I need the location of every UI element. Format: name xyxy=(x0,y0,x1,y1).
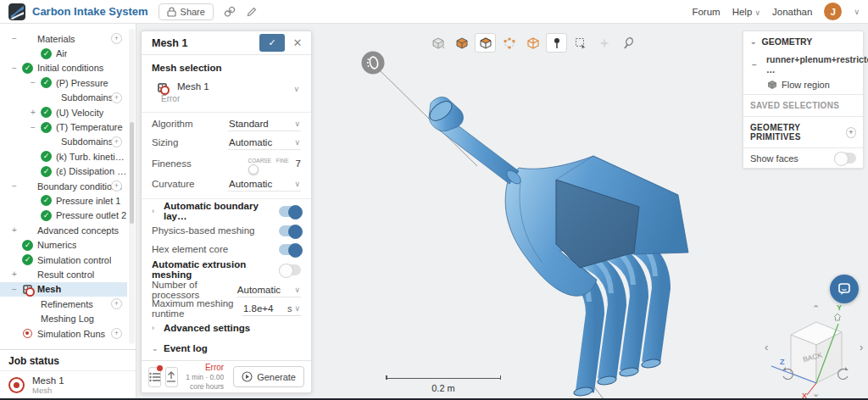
tree-item[interactable]: Numerics xyxy=(0,237,127,252)
tree-expander-icon[interactable]: − xyxy=(12,285,22,294)
forum-link[interactable]: Forum xyxy=(692,7,720,17)
tree-expander-icon[interactable]: − xyxy=(12,181,22,191)
tree-item[interactable]: −(P) Pressure xyxy=(0,75,127,90)
avatar[interactable]: J xyxy=(824,3,842,20)
tree-item[interactable]: Simulation Runs+ xyxy=(0,326,127,341)
tree-item[interactable]: Subdomains+ xyxy=(0,91,127,105)
show-faces-row: Show faces xyxy=(743,147,863,168)
auto-boundary-layers-section[interactable]: › Automatic boundary lay… xyxy=(152,201,301,221)
tree-item[interactable]: (k) Turb. kinetic en… xyxy=(0,149,127,164)
vertex-select-icon[interactable] xyxy=(498,33,520,53)
saved-selections-header[interactable]: SAVED SELECTIONS xyxy=(743,94,863,116)
runs-error-icon xyxy=(23,329,32,338)
apply-button[interactable]: ✓ xyxy=(259,34,285,52)
support-chat-button[interactable] xyxy=(830,275,859,303)
tree-item[interactable]: (ε) Dissipation rate xyxy=(0,164,127,179)
mesh-select-dropdown[interactable]: Mesh 1 Error ∨ xyxy=(152,80,301,110)
tree-item[interactable]: Refinements+ xyxy=(0,297,127,311)
volume-select-cube-icon[interactable] xyxy=(451,33,472,53)
close-panel-button[interactable]: ✕ xyxy=(289,34,306,52)
algorithm-select[interactable]: Standard∨ xyxy=(228,117,301,131)
rename-pencil-icon[interactable] xyxy=(246,6,258,18)
sizing-select[interactable]: Automatic∨ xyxy=(228,136,301,150)
box-select-icon[interactable] xyxy=(570,33,591,53)
tree-item[interactable]: −Initial conditions xyxy=(0,61,127,75)
tree-expander-icon[interactable]: − xyxy=(12,34,22,43)
tree-item[interactable]: Simulation control xyxy=(0,253,127,267)
extrusion-meshing-toggle[interactable] xyxy=(279,264,301,275)
generate-button[interactable]: Generate xyxy=(233,366,304,387)
project-title[interactable]: Carbon Intake System xyxy=(32,5,148,18)
user-menu-chevron-icon[interactable]: ∨ xyxy=(854,8,860,16)
mesh-error-icon xyxy=(23,285,32,294)
processors-select[interactable]: Automatic∨ xyxy=(236,283,301,297)
tree-expander-icon[interactable]: − xyxy=(31,78,41,87)
show-faces-toggle[interactable] xyxy=(834,153,856,164)
unit-select-chevron-icon[interactable]: ∨ xyxy=(294,304,300,313)
face-select-cube-icon[interactable] xyxy=(475,33,496,53)
help-menu[interactable]: Help ∨ xyxy=(732,7,760,17)
tree-item[interactable]: Subdomains+ xyxy=(0,135,127,149)
add-child-button[interactable]: + xyxy=(111,181,122,192)
filter-flower-icon[interactable] xyxy=(593,33,615,53)
add-child-button[interactable]: + xyxy=(111,33,122,44)
tree-item[interactable]: Pressure inlet 1 xyxy=(0,193,127,208)
add-child-button[interactable]: + xyxy=(111,328,122,339)
upload-icon xyxy=(166,371,176,382)
tree-item[interactable]: +Result control xyxy=(0,267,127,281)
geometry-item-runner[interactable]: − runner+plenum+restrictor … xyxy=(743,52,863,77)
collapse-minus-icon[interactable]: − xyxy=(752,60,762,69)
tree-expander-icon[interactable]: − xyxy=(12,64,22,73)
runtime-input[interactable] xyxy=(243,303,287,314)
physics-meshing-toggle[interactable] xyxy=(279,225,301,236)
auto-boundary-layers-toggle[interactable] xyxy=(279,206,301,217)
share-button[interactable]: Share xyxy=(159,3,214,20)
tree-expander-icon[interactable]: − xyxy=(31,123,41,132)
copy-link-icon[interactable] xyxy=(224,6,236,18)
user-name[interactable]: Jonathan xyxy=(772,7,812,17)
curvature-select[interactable]: Automatic∨ xyxy=(228,177,301,192)
app-logo-icon[interactable] xyxy=(8,3,25,20)
render-mode-cube-icon[interactable] xyxy=(427,33,448,53)
geometry-item-flow-region[interactable]: Flow region xyxy=(743,77,863,94)
add-child-button[interactable]: + xyxy=(111,92,122,103)
tree-item[interactable]: −Materials+ xyxy=(0,31,127,46)
advanced-settings-section[interactable]: › Advanced settings xyxy=(152,318,301,338)
play-circle-icon xyxy=(242,371,253,382)
tree-expander-icon[interactable]: + xyxy=(12,269,22,279)
event-log-section[interactable]: ⌄ Event log xyxy=(152,338,301,358)
tree-item-label: Refinements xyxy=(41,299,93,309)
tree-item[interactable]: −Boundary conditions+ xyxy=(0,179,127,193)
add-primitive-button[interactable]: + xyxy=(846,127,856,138)
tree-expander-icon[interactable]: + xyxy=(12,225,22,235)
hex-core-toggle[interactable] xyxy=(279,244,301,255)
job-status-item[interactable]: Mesh 1 Mesh xyxy=(0,371,136,399)
add-child-button[interactable]: + xyxy=(111,136,122,147)
tree-item[interactable]: +(U) Velocity xyxy=(0,105,127,119)
tree-item[interactable]: −Mesh xyxy=(0,282,127,297)
event-list-button[interactable] xyxy=(148,367,161,387)
tree-item-label: Subdomains xyxy=(61,92,113,103)
tree-item[interactable]: −(T) Temperature xyxy=(0,119,127,134)
tree-item-label: Numerics xyxy=(37,240,76,250)
tree-item[interactable]: Pressure outlet 2 xyxy=(0,208,127,223)
orientation-cube[interactable]: BACK Y Z X ⌃ ⌄ ‹ › xyxy=(763,298,868,400)
tree-item[interactable]: Meshing Log xyxy=(0,311,127,325)
geometry-header[interactable]: ⌄ GEOMETRY xyxy=(743,31,863,52)
upload-button[interactable] xyxy=(165,367,178,387)
mesh-settings-panel: Mesh 1 ✓ ✕ Mesh selection Mesh 1 Error ∨… xyxy=(141,31,312,393)
wireframe-cube-icon[interactable] xyxy=(522,33,543,53)
tree-expander-icon[interactable]: + xyxy=(31,108,41,117)
measure-loupe-icon[interactable] xyxy=(617,33,638,53)
axis-z-label: Z xyxy=(780,358,785,366)
icon-spacer xyxy=(22,269,33,280)
slider-knob[interactable] xyxy=(248,164,259,175)
geometry-primitives-header[interactable]: GEOMETRY PRIMITIVES + xyxy=(743,116,863,147)
tree-item[interactable]: Air xyxy=(0,46,127,60)
tree-item[interactable]: +Advanced concepts xyxy=(0,223,127,237)
add-child-button[interactable]: + xyxy=(111,298,122,309)
tree-item-label: Mesh xyxy=(37,284,61,294)
probe-pin-icon[interactable] xyxy=(546,33,567,53)
tree-scrollbar[interactable] xyxy=(129,29,135,344)
tree-item-label: Advanced concepts xyxy=(37,225,119,236)
